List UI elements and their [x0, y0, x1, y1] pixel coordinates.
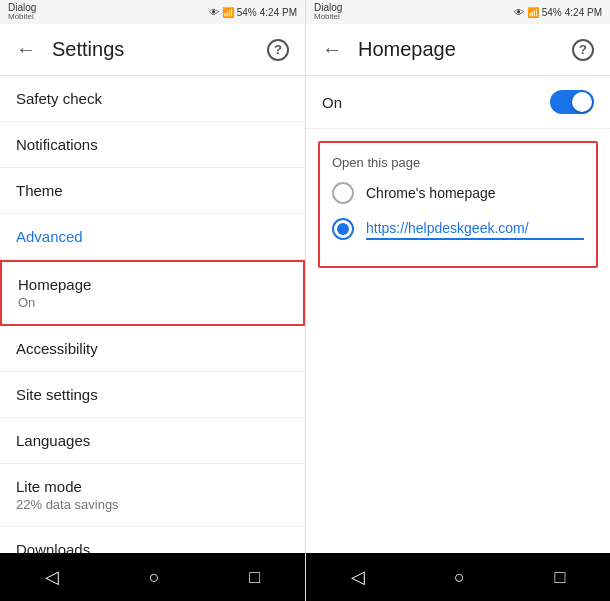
- time-left: 4:24 PM: [260, 7, 297, 18]
- settings-item-advanced[interactable]: Advanced: [0, 214, 305, 260]
- settings-item-homepage[interactable]: Homepage On: [0, 260, 305, 326]
- back-button-left[interactable]: ←: [16, 38, 36, 61]
- homepage-subtitle: On: [18, 295, 287, 310]
- toggle-label: On: [322, 94, 342, 111]
- battery-right: 54%: [542, 7, 562, 18]
- nav-recent-right[interactable]: □: [554, 567, 565, 588]
- wifi-icon-right: 📶: [527, 7, 539, 18]
- accessibility-title: Accessibility: [16, 340, 289, 357]
- time-right: 4:24 PM: [565, 7, 602, 18]
- theme-title: Theme: [16, 182, 289, 199]
- back-button-right[interactable]: ←: [322, 38, 342, 61]
- settings-item-languages[interactable]: Languages: [0, 418, 305, 464]
- nav-back-right[interactable]: ◁: [351, 566, 365, 588]
- page-title-right: Homepage: [358, 38, 556, 61]
- settings-item-safety-check[interactable]: Safety check: [0, 76, 305, 122]
- open-page-section: Open this page Chrome's homepage: [318, 141, 598, 268]
- notifications-title: Notifications: [16, 136, 289, 153]
- page-title-left: Settings: [52, 38, 251, 61]
- site-settings-title: Site settings: [16, 386, 289, 403]
- settings-item-notifications[interactable]: Notifications: [0, 122, 305, 168]
- chromes-homepage-label: Chrome's homepage: [366, 185, 496, 201]
- app-bar-left: ← Settings ?: [0, 24, 305, 76]
- carrier-line2-right: Mobitel: [314, 13, 342, 22]
- carrier-info-right: Dialog Mobitel: [314, 2, 342, 22]
- carrier-line2: Mobitel: [8, 13, 36, 22]
- languages-title: Languages: [16, 432, 289, 449]
- nav-bar-right: ◁ ○ □: [306, 553, 610, 601]
- custom-url-radio[interactable]: [332, 218, 354, 240]
- settings-list: Safety check Notifications Theme Advance…: [0, 76, 305, 553]
- settings-item-site-settings[interactable]: Site settings: [0, 372, 305, 418]
- right-panel: Dialog Mobitel 👁 📶 54% 4:24 PM ← Homepag…: [305, 0, 610, 601]
- url-input[interactable]: [366, 218, 584, 240]
- open-page-title: Open this page: [332, 155, 584, 170]
- status-bar-left: Dialog Mobitel 👁 📶 54% 4:24 PM: [0, 0, 305, 24]
- nav-recent-left[interactable]: □: [249, 567, 260, 588]
- wifi-icon: 📶: [222, 7, 234, 18]
- app-bar-right: ← Homepage ?: [306, 24, 610, 76]
- custom-url-row[interactable]: [332, 218, 584, 240]
- chromes-homepage-radio[interactable]: [332, 182, 354, 204]
- settings-item-lite-mode[interactable]: Lite mode 22% data savings: [0, 464, 305, 527]
- homepage-toggle-row: On: [306, 76, 610, 129]
- chromes-homepage-row[interactable]: Chrome's homepage: [332, 182, 584, 204]
- lite-mode-title: Lite mode: [16, 478, 289, 495]
- settings-item-theme[interactable]: Theme: [0, 168, 305, 214]
- nav-back-left[interactable]: ◁: [45, 566, 59, 588]
- settings-item-accessibility[interactable]: Accessibility: [0, 326, 305, 372]
- status-bar-right: Dialog Mobitel 👁 📶 54% 4:24 PM: [306, 0, 610, 24]
- battery-left: 54%: [237, 7, 257, 18]
- eye-icon-right: 👁: [514, 7, 524, 18]
- nav-home-left[interactable]: ○: [149, 567, 160, 588]
- nav-home-right[interactable]: ○: [454, 567, 465, 588]
- advanced-title: Advanced: [16, 228, 289, 245]
- carrier-info: Dialog Mobitel: [8, 2, 36, 22]
- help-button-left[interactable]: ?: [267, 39, 289, 61]
- nav-bar-left: ◁ ○ □: [0, 553, 305, 601]
- homepage-title: Homepage: [18, 276, 287, 293]
- help-button-right[interactable]: ?: [572, 39, 594, 61]
- status-icons-left: 👁 📶 54% 4:24 PM: [209, 7, 297, 18]
- left-panel: Dialog Mobitel 👁 📶 54% 4:24 PM ← Setting…: [0, 0, 305, 601]
- downloads-title: Downloads: [16, 541, 289, 553]
- safety-check-title: Safety check: [16, 90, 289, 107]
- settings-item-downloads[interactable]: Downloads: [0, 527, 305, 553]
- eye-icon: 👁: [209, 7, 219, 18]
- lite-mode-subtitle: 22% data savings: [16, 497, 289, 512]
- homepage-toggle[interactable]: [550, 90, 594, 114]
- status-icons-right: 👁 📶 54% 4:24 PM: [514, 7, 602, 18]
- spacer: [306, 280, 610, 553]
